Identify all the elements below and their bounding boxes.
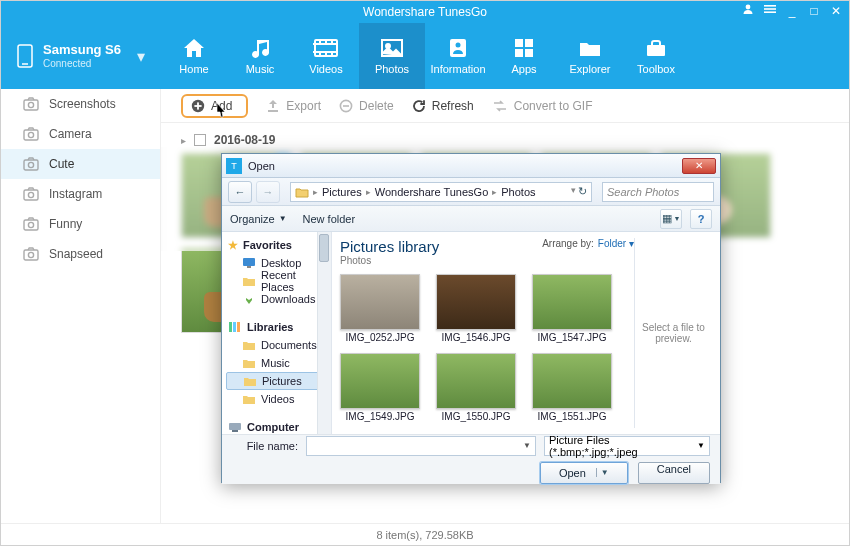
- search-input[interactable]: Search Photos: [602, 182, 714, 202]
- tree-videos[interactable]: Videos: [226, 390, 327, 408]
- cancel-button[interactable]: Cancel: [638, 462, 710, 484]
- photo-toolbar: Add Export Delete Refresh Convert to GIF: [161, 89, 849, 123]
- file-thumbnail: [436, 353, 516, 409]
- status-bar: 8 item(s), 729.58KB: [1, 523, 849, 545]
- sidebar-item-instagram[interactable]: Instagram: [1, 179, 160, 209]
- toolbox-icon: [643, 37, 669, 59]
- svg-point-0: [746, 5, 751, 10]
- minimize-icon[interactable]: _: [785, 4, 799, 18]
- nav-apps[interactable]: Apps: [491, 23, 557, 89]
- sidebar-item-snapseed[interactable]: Snapseed: [1, 239, 160, 269]
- nav-back-button[interactable]: ←: [228, 181, 252, 203]
- svg-rect-44: [233, 322, 236, 332]
- open-split-icon[interactable]: ▼: [596, 468, 609, 477]
- open-button[interactable]: Open▼: [540, 462, 628, 484]
- dialog-titlebar[interactable]: T Open ✕: [222, 154, 720, 178]
- organize-menu[interactable]: Organize ▼: [230, 213, 287, 225]
- file-item[interactable]: IMG_1547.JPG: [532, 274, 612, 343]
- add-button[interactable]: Add: [181, 94, 248, 118]
- app-titlebar: Wondershare TunesGo _ □ ✕: [1, 1, 849, 23]
- preview-pane: Select a file to preview.: [634, 238, 712, 428]
- library-subtitle: Photos: [340, 255, 439, 266]
- camera-icon: [23, 217, 39, 231]
- svg-rect-45: [237, 322, 240, 332]
- svg-rect-23: [647, 45, 665, 56]
- camera-icon: [23, 157, 39, 171]
- documents-icon: [242, 339, 256, 351]
- nav-forward-button[interactable]: →: [256, 181, 280, 203]
- videos-folder-icon: [242, 393, 256, 405]
- address-refresh-icon[interactable]: ↻: [578, 185, 587, 198]
- address-dropdown-icon[interactable]: ▾: [571, 185, 576, 198]
- file-item[interactable]: IMG_1550.JPG: [436, 353, 516, 422]
- recent-icon: [242, 275, 256, 287]
- library-title: Pictures library: [340, 238, 439, 255]
- tree-downloads[interactable]: Downloads: [226, 290, 327, 308]
- photos-icon: [379, 37, 405, 59]
- svg-point-33: [28, 222, 33, 227]
- file-name: IMG_1547.JPG: [538, 332, 607, 343]
- close-icon[interactable]: ✕: [829, 4, 843, 18]
- file-name: IMG_1546.JPG: [442, 332, 511, 343]
- tree-recent[interactable]: Recent Places: [226, 272, 327, 290]
- camera-icon: [23, 247, 39, 261]
- minus-circle-icon: [339, 99, 353, 113]
- nav-photos[interactable]: Photos: [359, 23, 425, 89]
- sidebar-item-funny[interactable]: Funny: [1, 209, 160, 239]
- tree-documents[interactable]: Documents: [226, 336, 327, 354]
- camera-icon: [23, 127, 39, 141]
- select-all-checkbox[interactable]: [194, 134, 206, 146]
- nav-videos[interactable]: Videos: [293, 23, 359, 89]
- main-nav: Samsung S6 Connected ▾ HomeMusicVideosPh…: [1, 23, 849, 89]
- dialog-close-button[interactable]: ✕: [682, 158, 716, 174]
- nav-explorer[interactable]: Explorer: [557, 23, 623, 89]
- device-selector[interactable]: Samsung S6 Connected ▾: [1, 23, 161, 89]
- file-item[interactable]: IMG_1546.JPG: [436, 274, 516, 343]
- file-item[interactable]: IMG_0252.JPG: [340, 274, 420, 343]
- user-icon[interactable]: [741, 3, 755, 18]
- sidebar-item-camera[interactable]: Camera: [1, 119, 160, 149]
- tree-libraries[interactable]: Libraries: [226, 318, 327, 336]
- svg-rect-21: [515, 49, 523, 57]
- svg-point-31: [28, 192, 33, 197]
- refresh-button[interactable]: Refresh: [412, 99, 474, 113]
- svg-rect-43: [229, 322, 232, 332]
- filename-input[interactable]: ▼: [306, 436, 536, 456]
- view-options-button[interactable]: ▦ ▼: [660, 209, 682, 229]
- file-item[interactable]: IMG_1551.JPG: [532, 353, 612, 422]
- file-type-filter[interactable]: Picture Files (*.bmp;*.jpg;*.jpeg▼: [544, 436, 710, 456]
- export-button[interactable]: Export: [266, 99, 321, 113]
- tree-computer[interactable]: Computer: [226, 418, 327, 434]
- svg-rect-3: [764, 11, 776, 13]
- tree-pictures[interactable]: Pictures: [226, 372, 327, 390]
- nav-home[interactable]: Home: [161, 23, 227, 89]
- file-name: IMG_1551.JPG: [538, 411, 607, 422]
- file-name: IMG_1549.JPG: [346, 411, 415, 422]
- tree-favorites[interactable]: ★Favorites: [226, 236, 327, 254]
- svg-point-35: [28, 252, 33, 257]
- delete-button[interactable]: Delete: [339, 99, 394, 113]
- camera-icon: [23, 187, 39, 201]
- convert-gif-button[interactable]: Convert to GIF: [492, 99, 593, 113]
- maximize-icon[interactable]: □: [807, 4, 821, 18]
- arrange-by[interactable]: Arrange by: Folder ▾: [542, 238, 634, 249]
- sidebar-item-cute[interactable]: Cute: [1, 149, 160, 179]
- chevron-down-icon: ▼: [279, 214, 287, 223]
- menu-icon[interactable]: [763, 3, 777, 18]
- svg-point-25: [28, 102, 33, 107]
- desktop-icon: [242, 257, 256, 269]
- new-folder-button[interactable]: New folder: [303, 213, 356, 225]
- chevron-down-icon[interactable]: ▼: [523, 441, 531, 450]
- nav-toolbox[interactable]: Toolbox: [623, 23, 689, 89]
- tree-scrollbar[interactable]: [317, 232, 331, 434]
- file-item[interactable]: IMG_1549.JPG: [340, 353, 420, 422]
- tree-music[interactable]: Music: [226, 354, 327, 372]
- nav-music[interactable]: Music: [227, 23, 293, 89]
- help-button[interactable]: ?: [690, 209, 712, 229]
- sidebar-item-screenshots[interactable]: Screenshots: [1, 89, 160, 119]
- chevron-down-icon: ▼: [697, 441, 705, 450]
- caret-right-icon[interactable]: ▸: [181, 135, 186, 146]
- export-icon: [266, 99, 280, 113]
- nav-information[interactable]: Information: [425, 23, 491, 89]
- address-bar[interactable]: ▸ Pictures ▸ Wondershare TunesGo ▸ Photo…: [290, 182, 592, 202]
